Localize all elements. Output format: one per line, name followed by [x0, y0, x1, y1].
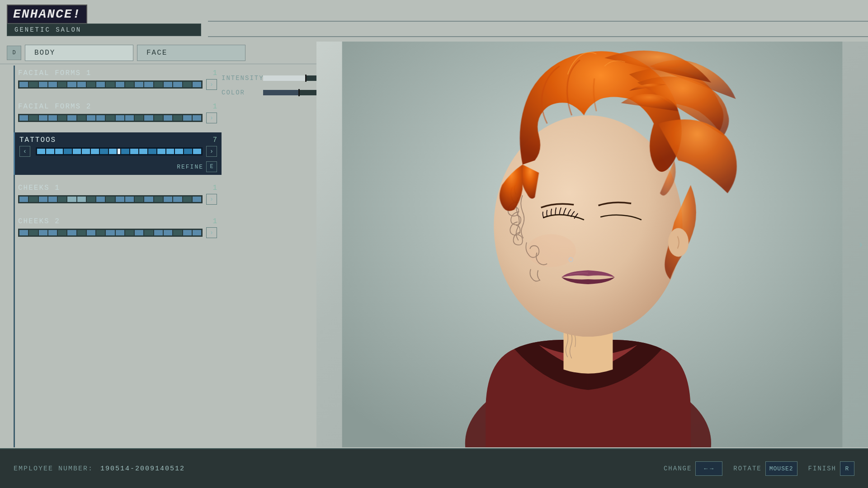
- seg: [48, 197, 57, 202]
- slider-track-cheeks-2[interactable]: [18, 229, 203, 237]
- seg: [58, 82, 66, 87]
- seg: [164, 197, 172, 202]
- category-number-cheeks-2: 1: [212, 217, 217, 225]
- seg: [183, 197, 192, 202]
- slider-row-cheeks-1: ›: [14, 194, 222, 208]
- seg: [118, 149, 120, 154]
- svg-point-3: [527, 234, 576, 267]
- category-name-tattoos: TATTOOS: [19, 136, 56, 144]
- slider-segments-2: [18, 114, 203, 122]
- category-header-2: FACIAL FORMS 2 1: [14, 99, 222, 113]
- change-left-key[interactable]: ←: [704, 465, 708, 472]
- category-name-cheeks-1: CHEEKS 1: [18, 184, 60, 192]
- subtitle-bar: GENETIC SALON: [7, 23, 201, 36]
- category-cheeks-1[interactable]: CHEEKS 1 1: [14, 180, 222, 208]
- seg: [58, 197, 66, 202]
- seg: [154, 115, 163, 121]
- slider-track-1[interactable]: [18, 80, 203, 89]
- refine-key-button[interactable]: E: [206, 161, 217, 172]
- seg: [109, 149, 117, 154]
- slider-track-cheeks-1[interactable]: [18, 195, 203, 203]
- seg: [48, 115, 57, 121]
- tattoos-slider-track[interactable]: [36, 147, 203, 155]
- seg: [55, 149, 63, 154]
- seg: [67, 82, 76, 87]
- seg: [29, 197, 38, 202]
- category-name-cheeks-2: CHEEKS 2: [18, 217, 60, 225]
- seg: [37, 149, 45, 154]
- seg: [19, 115, 28, 121]
- seg: [154, 197, 163, 202]
- character-view: ›: [316, 42, 868, 447]
- seg: [96, 197, 105, 202]
- rotate-key[interactable]: MOUSE2: [765, 461, 797, 476]
- tattoos-next-button[interactable]: ›: [206, 146, 217, 157]
- change-keys[interactable]: ← →: [695, 461, 722, 476]
- svg-point-5: [668, 228, 689, 257]
- seg: [77, 230, 86, 235]
- cheeks-2-next-button[interactable]: ›: [206, 227, 217, 238]
- seg: [73, 149, 81, 154]
- facial-forms-2-next-button[interactable]: ›: [206, 113, 217, 123]
- category-facial-forms-1[interactable]: FACIAL FORMS 1 1: [14, 66, 222, 94]
- title-bar: ENHANCE!: [7, 5, 87, 24]
- slider-segments-cheeks-2: [18, 229, 203, 237]
- category-header-1: FACIAL FORMS 1 1: [14, 66, 222, 79]
- seg: [29, 230, 38, 235]
- slider-row-cheeks-2: ›: [14, 227, 222, 242]
- facial-forms-1-next-button[interactable]: ›: [206, 79, 217, 90]
- refine-label: REFINE: [177, 164, 203, 170]
- slider-track-2[interactable]: [18, 114, 203, 122]
- color-label: COLOR: [222, 89, 258, 96]
- header: ENHANCE! GENETIC SALON: [0, 0, 868, 41]
- seg: [29, 82, 38, 87]
- logo-box: ENHANCE!: [7, 5, 87, 24]
- title-bar-line: [208, 5, 868, 22]
- seg: [87, 230, 95, 235]
- character-background: ›: [316, 42, 868, 447]
- seg: [125, 82, 134, 87]
- seg: [125, 230, 134, 235]
- d-key-button[interactable]: D: [7, 46, 21, 60]
- seg: [77, 197, 86, 202]
- refine-row: REFINE E: [15, 160, 222, 175]
- slider-segments-cheeks-1: [18, 195, 203, 203]
- seg: [39, 230, 47, 235]
- category-cheeks-2[interactable]: CHEEKS 2 1: [14, 214, 222, 242]
- seg: [175, 149, 183, 154]
- seg: [91, 149, 99, 154]
- seg: [130, 149, 138, 154]
- seg: [193, 197, 201, 202]
- right-controls: INTENSITY COLOR: [222, 75, 330, 103]
- seg: [139, 149, 147, 154]
- character-portrait: [316, 42, 868, 447]
- intensity-row: INTENSITY: [222, 75, 330, 82]
- seg: [48, 230, 57, 235]
- change-right-key[interactable]: →: [710, 465, 714, 472]
- seg: [19, 230, 28, 235]
- seg: [144, 197, 153, 202]
- color-handle: [298, 89, 300, 96]
- seg: [96, 82, 105, 87]
- seg: [87, 197, 95, 202]
- seg: [96, 115, 105, 121]
- seg: [166, 149, 175, 154]
- tattoos-slider-row: ‹: [15, 146, 222, 160]
- seg: [125, 197, 134, 202]
- finish-label: FINISH: [808, 465, 836, 472]
- tattoos-prev-button[interactable]: ‹: [19, 146, 30, 157]
- face-tab[interactable]: FACE: [137, 45, 245, 61]
- cursor-indicator: ›: [858, 239, 863, 250]
- category-tattoos[interactable]: TATTOOS 7 ‹: [14, 132, 222, 175]
- category-facial-forms-2[interactable]: FACIAL FORMS 2 1: [14, 99, 222, 127]
- category-header-tattoos: TATTOOS 7: [15, 132, 222, 146]
- finish-key[interactable]: R: [840, 461, 854, 476]
- seg: [121, 149, 129, 154]
- slider-row-1: ›: [14, 79, 222, 94]
- seg: [193, 230, 201, 235]
- seg: [106, 115, 114, 121]
- cheeks-1-next-button[interactable]: ›: [206, 194, 217, 205]
- rotate-label: ROTATE: [733, 465, 761, 472]
- seg: [144, 230, 153, 235]
- body-tab[interactable]: BODY: [25, 45, 133, 61]
